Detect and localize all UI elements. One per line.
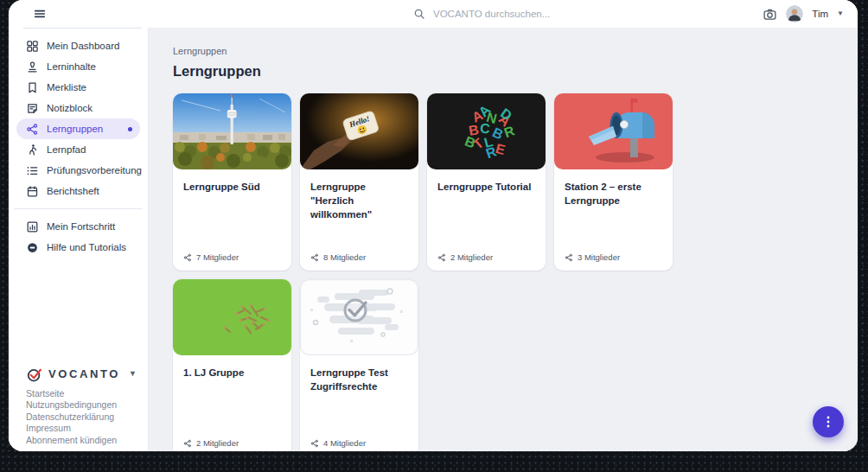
sidebar-item-label: Lerngruppen: [47, 124, 103, 134]
page-title: Lerngruppen: [173, 63, 858, 80]
active-dot: [128, 127, 132, 131]
members-icon: [183, 253, 192, 262]
members-count: 4 Mitglieder: [323, 438, 366, 448]
sidebar-item-label: Merkliste: [47, 82, 86, 92]
camera-icon[interactable]: [763, 7, 777, 22]
learning-group-card-lerngruppe-herzlich-willkommen[interactable]: Hello! Lerngruppe "Herzlich willkommen"8…: [300, 93, 418, 271]
breadcrumb[interactable]: Lerngruppen: [173, 28, 227, 56]
members-count: 7 Mitglieder: [196, 252, 239, 262]
card-image-colorful-letters-pile: A A N A D B C B R T L E B R: [427, 93, 546, 169]
sidebar-footer: VOCANTO ▼ StartseiteNutzungsbedingungenD…: [9, 366, 148, 452]
learning-group-card-lerngruppe-test-zugriffsrechte[interactable]: Lerngruppe Test Zugriffsrechte4 Mitglied…: [300, 279, 418, 451]
nav-section-divider: [14, 208, 143, 209]
walking-icon: [26, 144, 39, 156]
bookmark-icon: [26, 81, 39, 94]
card-members: 8 Mitglieder: [300, 252, 418, 271]
help-icon: [26, 241, 39, 254]
user-name[interactable]: Tim: [812, 9, 828, 19]
sidebar-item-lerngruppen[interactable]: Lerngruppen: [16, 118, 140, 139]
sidebar-item-label: Notizblock: [47, 103, 93, 113]
card-title: Lerngruppe Süd: [173, 169, 291, 194]
avatar[interactable]: [786, 5, 803, 22]
vocanto-logo-icon: [26, 366, 42, 382]
sidebar-item-lerninhalte[interactable]: Lerninhalte: [16, 56, 140, 77]
sidebar-item-label: Berichtsheft: [47, 186, 99, 196]
sidebar-item-label: Hilfe und Tutorials: [47, 242, 126, 252]
sidebar-item-hilfe-und-tutorials[interactable]: Hilfe und Tutorials: [16, 237, 140, 258]
note-icon: [26, 102, 39, 115]
footer-link-datenschutzerklärung[interactable]: Datenschutzerklärung: [26, 411, 148, 424]
search-input[interactable]: [433, 9, 597, 19]
topbar: Tim ▼: [9, 0, 858, 28]
more-options-fab[interactable]: [813, 406, 844, 437]
card-members: 3 Mitglieder: [554, 252, 673, 271]
caret-down-icon[interactable]: ▼: [837, 10, 844, 17]
app-window: Tim ▼ Mein DashboardLerninhalteMerkliste…: [9, 0, 858, 451]
list-icon: [26, 164, 39, 177]
sidebar-item-mein-dashboard[interactable]: Mein Dashboard: [16, 35, 140, 56]
sidebar-item-label: Mein Fortschritt: [47, 221, 115, 232]
members-count: 3 Mitglieder: [578, 252, 620, 262]
sidebar-item-label: Mein Dashboard: [47, 41, 119, 51]
card-members: 2 Mitglieder: [173, 438, 291, 451]
sidebar-item-label: Prüfungsvorbereitung: [47, 165, 142, 175]
footer-link-startseite[interactable]: Startseite: [26, 388, 148, 400]
card-image-blue-mailbox-red: [554, 93, 673, 169]
footer-link-impressum[interactable]: Impressum: [26, 423, 148, 435]
sidebar: Mein DashboardLerninhalteMerklisteNotizb…: [9, 28, 149, 451]
card-title: Lerngruppe Tutorial: [427, 169, 546, 194]
global-search: [413, 0, 597, 28]
members-count: 2 Mitglieder: [450, 252, 493, 262]
menu-icon[interactable]: [33, 7, 47, 21]
footer-links: StartseiteNutzungsbedingungenDatenschutz…: [26, 388, 148, 447]
sidebar-item-notizblock[interactable]: Notizblock: [16, 98, 140, 118]
members-count: 8 Mitglieder: [323, 252, 366, 262]
learning-group-card-lerngruppe-tutorial[interactable]: A A N A D B C B R T L E B R Lerngruppe T…: [427, 93, 546, 271]
card-image-tv-tower-autumn-city: [173, 93, 291, 169]
brand-row: VOCANTO ▼: [26, 366, 148, 382]
sidebar-nav: Mein DashboardLerninhalteMerklisteNotizb…: [9, 35, 148, 258]
stamp-icon: [26, 61, 39, 73]
card-grid: Lerngruppe Süd7 Mitglieder Hello! Lerngr…: [173, 93, 775, 451]
sidebar-item-label: Lerninhalte: [47, 61, 96, 72]
learning-group-card-station-2-erste-lerngruppe[interactable]: Station 2 – erste Lerngruppe3 Mitglieder: [554, 93, 673, 271]
footer-link-abonnement-kündigen[interactable]: Abonnement kündigen: [26, 435, 148, 447]
topbar-right: Tim ▼: [763, 0, 844, 28]
sidebar-item-prüfungsvorbereitung[interactable]: Prüfungsvorbereitung: [16, 160, 140, 181]
members-icon: [310, 439, 319, 448]
card-image-placeholder-clouds-check: [300, 279, 418, 355]
members-icon: [437, 253, 446, 262]
sidebar-item-mein-fortschritt[interactable]: Mein Fortschritt: [16, 216, 140, 237]
search-icon: [413, 8, 425, 20]
card-members: 2 Mitglieder: [427, 252, 546, 271]
card-title: Station 2 – erste Lerngruppe: [554, 169, 673, 207]
members-icon: [183, 439, 192, 448]
calendar-icon: [26, 185, 39, 198]
card-image-screws-on-green: [173, 279, 291, 355]
sidebar-divider: [23, 28, 142, 29]
sidebar-item-lernpfad[interactable]: Lernpfad: [16, 139, 140, 160]
members-count: 2 Mitglieder: [196, 438, 239, 448]
sidebar-item-berichtsheft[interactable]: Berichtsheft: [16, 181, 140, 201]
card-title: Lerngruppe Test Zugriffsrechte: [300, 355, 418, 393]
sidebar-item-label: Lernpfad: [47, 144, 86, 155]
card-members: 4 Mitglieder: [300, 438, 418, 451]
ellipsis-vertical-icon: [820, 413, 837, 431]
main-content: Lerngruppen Lerngruppen Lerngruppe Süd7 …: [149, 28, 858, 451]
members-icon: [565, 253, 573, 262]
card-members: 7 Mitglieder: [173, 252, 291, 271]
dashboard-icon: [26, 40, 39, 53]
brand-name: VOCANTO: [48, 367, 120, 380]
footer-link-nutzungsbedingungen[interactable]: Nutzungsbedingungen: [26, 399, 148, 411]
learning-group-card-1-lj-gruppe[interactable]: 1. LJ Gruppe2 Mitglieder: [173, 279, 291, 451]
share-nodes-icon: [26, 123, 39, 136]
members-icon: [310, 253, 319, 262]
card-title: Lerngruppe "Herzlich willkommen": [300, 169, 418, 221]
chevron-down-icon[interactable]: ▼: [129, 369, 137, 378]
learning-group-card-lerngruppe-süd[interactable]: Lerngruppe Süd7 Mitglieder: [173, 93, 291, 271]
sidebar-item-merkliste[interactable]: Merkliste: [16, 77, 140, 98]
bar-chart-icon: [26, 220, 39, 233]
card-image-hello-sticker-dark: Hello!: [300, 93, 418, 169]
card-title: 1. LJ Gruppe: [173, 355, 291, 380]
